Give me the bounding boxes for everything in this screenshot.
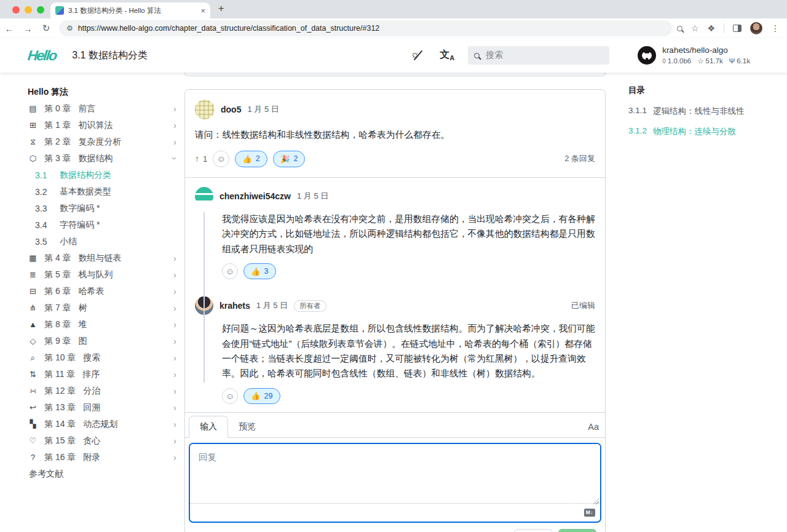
sidebar-item-ref[interactable]: 参考文献: [28, 466, 181, 482]
github-repo-link[interactable]: krahets/hello-algo ◊1.0.0b6 ☆51.7k Ψ6.1k: [638, 46, 750, 65]
side-panel-icon[interactable]: [733, 25, 742, 32]
item-number: 3.5: [35, 237, 52, 247]
sidebar-item-第11章[interactable]: ⇅第 11 章排序›: [28, 366, 181, 383]
fork-icon: Ψ: [729, 57, 735, 65]
window-controls[interactable]: [12, 6, 44, 14]
reaction-thumbsup[interactable]: 👍 3: [243, 263, 276, 279]
chevron-right-icon: ›: [173, 402, 176, 413]
address-bar[interactable]: ⚙ https://www.hello-algo.com/chapter_dat…: [59, 20, 672, 36]
sidebar-item-3.3[interactable]: 3.3数字编码 *: [28, 200, 181, 216]
site-favicon: [55, 6, 64, 15]
reply-date[interactable]: 1 月 5 日: [297, 191, 328, 202]
chevron-right-icon: ›: [173, 419, 176, 429]
sidebar-item-第14章[interactable]: ▚第 14 章动态规划›: [28, 416, 181, 432]
search-icon: [474, 53, 480, 58]
reply-submit-button[interactable]: 回复: [558, 529, 596, 532]
sidebar-site-title[interactable]: Hello 算法: [28, 84, 181, 100]
reaction-thumbsup[interactable]: 👍 2: [235, 151, 267, 167]
sidebar-item-第9章[interactable]: ◇第 9 章图›: [28, 333, 181, 349]
add-reaction-button[interactable]: ☺: [222, 388, 238, 404]
comment-date[interactable]: 1 月 5 日: [247, 104, 279, 115]
new-tab-button[interactable]: +: [218, 3, 224, 14]
comment-author[interactable]: doo5: [221, 105, 241, 114]
menu-dots-icon[interactable]: ⋮: [771, 23, 780, 33]
avatar[interactable]: [195, 100, 215, 119]
item-label: 分治: [83, 386, 100, 397]
reply-textarea[interactable]: [190, 444, 600, 503]
toc-item-3.1.1[interactable]: 3.1.1逻辑结构：线性与非线性: [628, 106, 776, 117]
site-settings-icon[interactable]: ⚙: [66, 24, 73, 33]
back-icon[interactable]: ←: [0, 23, 18, 34]
edited-label: 已编辑: [571, 300, 595, 311]
item-label: 基本数据类型: [60, 186, 111, 197]
reaction-thumbsup[interactable]: 👍 29: [243, 388, 280, 404]
tree-icon: ⋔: [28, 303, 38, 312]
upvote-button[interactable]: ↑ 1: [195, 154, 207, 164]
sidebar-item-第2章[interactable]: ⧖第 2 章复杂度分析›: [28, 133, 181, 150]
close-window-button[interactable]: [12, 6, 20, 14]
greedy-icon: ♡: [28, 436, 38, 445]
sidebar-item-第15章[interactable]: ♡第 15 章贪心›: [28, 432, 181, 449]
sidebar-item-第4章[interactable]: ▦第 4 章数组与链表›: [28, 250, 181, 266]
text-format-icon[interactable]: Aa: [588, 422, 599, 432]
zoom-icon[interactable]: [677, 26, 682, 31]
cancel-button[interactable]: 取消: [514, 529, 552, 532]
sidebar-item-第10章[interactable]: ⌕第 10 章搜索›: [28, 349, 181, 366]
language-icon[interactable]: 文A: [440, 49, 454, 62]
url-text[interactable]: https://www.hello-algo.com/chapter_data_…: [78, 24, 380, 33]
reply-author[interactable]: chenzhiwei54czw: [219, 191, 291, 201]
maximize-window-button[interactable]: [37, 6, 44, 14]
replies-container: chenzhiwei54czw 1 月 5 日 我觉得应该是因为哈希表在没有冲突…: [185, 177, 605, 412]
minimize-window-button[interactable]: [25, 6, 32, 14]
sidebar-item-第8章[interactable]: ▲第 8 章堆›: [28, 316, 181, 333]
sidebar-item-第5章[interactable]: ≣第 5 章栈与队列›: [28, 266, 181, 283]
theme-toggle-icon[interactable]: ☼: [411, 48, 426, 63]
extensions-icon[interactable]: ❖: [707, 23, 715, 33]
sidebar-item-第16章[interactable]: ?第 16 章附录›: [28, 449, 181, 466]
site-logo[interactable]: Hello: [27, 47, 57, 64]
bookmark-star-icon[interactable]: ☆: [691, 23, 699, 33]
sidebar-item-第0章[interactable]: ▤第 0 章前言›: [28, 100, 181, 117]
reply-editor: 输入 预览 Aa M↓ 取消 回复: [185, 412, 605, 532]
reply-body: 我觉得应该是因为哈希表在没有冲突之前，是用数组存储的，当出现哈希冲突之后，有各种…: [222, 212, 595, 256]
reply-comment: chenzhiwei54czw 1 月 5 日 我觉得应该是因为哈希表在没有冲突…: [185, 178, 605, 287]
site-header: Hello 3.1 数据结构分类 ☼ 文A 搜索 krahets/hello-a…: [0, 38, 787, 73]
tab-write[interactable]: 输入: [189, 416, 228, 438]
resize-handle[interactable]: [593, 499, 599, 504]
reply-author[interactable]: krahets: [219, 301, 250, 311]
item-label: 数字编码 *: [60, 203, 100, 214]
item-number: 第 15 章: [44, 435, 76, 447]
search-input[interactable]: 搜索: [468, 46, 609, 65]
sidebar-item-3.1[interactable]: 3.1数据结构分类: [28, 167, 181, 183]
item-label: 贪心: [83, 435, 100, 447]
forward-icon[interactable]: →: [18, 23, 37, 34]
reaction-tada[interactable]: 🎉 2: [273, 151, 306, 167]
item-label: 栈与队列: [79, 269, 113, 280]
sidebar-item-3.2[interactable]: 3.2基本数据类型: [28, 183, 181, 200]
page-title: 3.1 数据结构分类: [72, 49, 148, 62]
item-label: 排序: [82, 369, 100, 380]
reaction-count: 2: [293, 154, 298, 163]
profile-avatar[interactable]: [750, 22, 762, 34]
add-reaction-button[interactable]: ☺: [213, 151, 229, 167]
tab-preview[interactable]: 预览: [228, 416, 266, 437]
tab-close-icon[interactable]: ×: [200, 6, 205, 15]
owner-badge: 所有者: [294, 300, 326, 312]
sidebar-item-第13章[interactable]: ↩第 13 章回溯›: [28, 399, 181, 416]
sidebar-item-第12章[interactable]: ∺第 12 章分治›: [28, 383, 181, 399]
sidebar-item-3.4[interactable]: 3.4字符编码 *: [28, 216, 181, 233]
sidebar-item-第1章[interactable]: ⊞第 1 章初识算法›: [28, 117, 181, 133]
sidebar-item-3.5[interactable]: 3.5小结: [28, 233, 181, 250]
add-reaction-button[interactable]: ☺: [222, 263, 238, 279]
sidebar-item-第3章[interactable]: ⬡第 3 章数据结构›: [28, 150, 181, 167]
item-number: 第 5 章: [44, 269, 71, 280]
reload-icon[interactable]: ↻: [37, 23, 55, 34]
reply-date[interactable]: 1 月 5 日: [256, 300, 288, 311]
item-label: 图: [79, 336, 87, 347]
sidebar-item-第7章[interactable]: ⋔第 7 章树›: [28, 300, 181, 316]
browser-tab[interactable]: 3.1 数据结构分类 - Hello 算法 ×: [50, 2, 210, 18]
thumbsup-icon: 👍: [242, 154, 252, 164]
toc-item-3.1.2[interactable]: 3.1.2物理结构：连续与分散: [628, 126, 776, 137]
avatar[interactable]: [195, 187, 213, 205]
sidebar-item-第6章[interactable]: ⊟第 6 章哈希表›: [28, 283, 181, 300]
